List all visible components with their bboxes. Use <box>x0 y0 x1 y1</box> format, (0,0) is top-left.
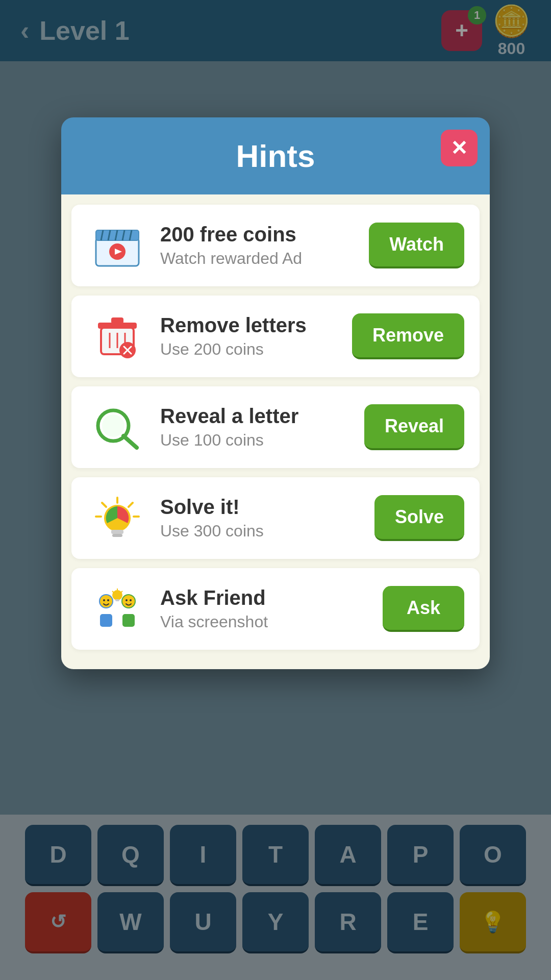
hint-reveal-sub: Use 100 coins <box>160 431 352 450</box>
hint-solve-text: Solve it! Use 300 coins <box>160 496 362 541</box>
trash-icon <box>87 311 148 362</box>
modal-title: Hints <box>77 138 474 174</box>
hint-solve-sub: Use 300 coins <box>160 522 362 541</box>
hint-item-ask: Ask Friend Via screenshot Ask <box>71 568 480 650</box>
svg-rect-40 <box>115 599 119 601</box>
hint-ask-main: Ask Friend <box>160 586 370 609</box>
modal-body: 200 free coins Watch rewarded Ad Watch <box>61 194 490 669</box>
close-button[interactable]: ✕ <box>441 130 478 166</box>
hint-item-solve: Solve it! Use 300 coins Solve <box>71 477 480 559</box>
modal-header: Hints ✕ <box>61 117 490 194</box>
svg-point-39 <box>112 590 122 600</box>
svg-line-43 <box>121 591 122 593</box>
svg-point-20 <box>102 414 124 437</box>
hint-item-reveal: Reveal a letter Use 100 coins Reveal <box>71 386 480 468</box>
hint-reveal-text: Reveal a letter Use 100 coins <box>160 405 352 450</box>
hint-remove-text: Remove letters Use 200 coins <box>160 314 340 359</box>
clapboard-icon <box>87 220 148 271</box>
svg-point-36 <box>126 599 128 601</box>
hint-watch-main: 200 free coins <box>160 223 357 246</box>
hint-remove-main: Remove letters <box>160 314 340 337</box>
hint-ask-text: Ask Friend Via screenshot <box>160 586 370 631</box>
bulb-icon <box>87 493 148 544</box>
hint-item-watch: 200 free coins Watch rewarded Ad Watch <box>71 205 480 286</box>
svg-rect-38 <box>122 614 135 627</box>
solve-button[interactable]: Solve <box>374 495 464 541</box>
remove-button[interactable]: Remove <box>352 313 464 359</box>
svg-point-37 <box>130 599 132 601</box>
friends-icon <box>87 583 148 634</box>
svg-line-23 <box>129 503 133 507</box>
hint-reveal-main: Reveal a letter <box>160 405 352 428</box>
hint-watch-sub: Watch rewarded Ad <box>160 249 357 268</box>
svg-rect-27 <box>111 530 123 534</box>
svg-point-31 <box>103 599 105 601</box>
reveal-button[interactable]: Reveal <box>364 404 464 450</box>
hint-remove-sub: Use 200 coins <box>160 340 340 359</box>
close-icon: ✕ <box>450 138 468 158</box>
svg-rect-33 <box>100 614 112 627</box>
modal-overlay: Hints ✕ <box>0 0 551 980</box>
ask-button[interactable]: Ask <box>383 586 464 632</box>
magnify-icon <box>87 402 148 453</box>
svg-line-22 <box>102 503 106 507</box>
svg-point-32 <box>107 599 109 601</box>
hint-solve-main: Solve it! <box>160 496 362 519</box>
hint-item-remove: Remove letters Use 200 coins Remove <box>71 296 480 377</box>
hints-modal: Hints ✕ <box>61 117 490 669</box>
svg-rect-28 <box>112 534 122 537</box>
hint-watch-text: 200 free coins Watch rewarded Ad <box>160 223 357 268</box>
hint-ask-sub: Via screenshot <box>160 612 370 631</box>
svg-rect-14 <box>111 317 123 324</box>
watch-button[interactable]: Watch <box>369 223 464 268</box>
svg-line-42 <box>112 591 114 593</box>
